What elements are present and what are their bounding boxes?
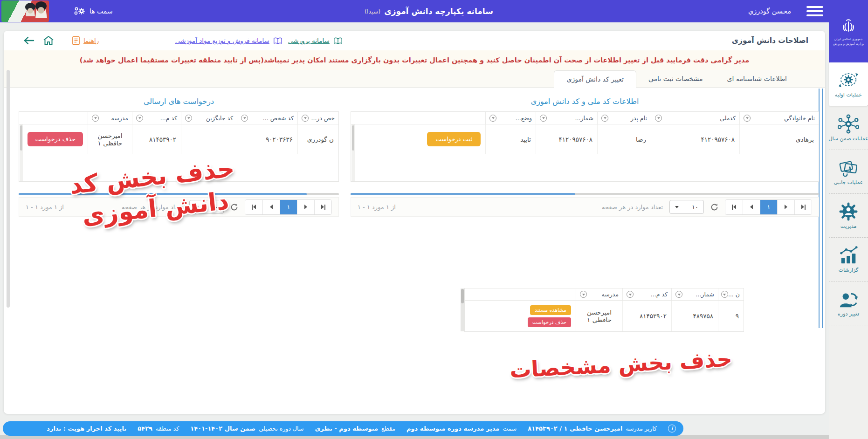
col-school[interactable]: مدرسه [576, 288, 622, 300]
per-page-select[interactable]: ۱۰ [669, 200, 704, 214]
col-code[interactable]: کد م... [622, 288, 671, 300]
last-page-button[interactable] [314, 200, 331, 214]
sidebar-item-initial-operations[interactable]: عملیات اولیه [829, 62, 868, 106]
tab-bar: اطلاعات شناسنامه ای مشخصات ثبت نامی تغیی… [4, 70, 825, 88]
table-vertical-scrollbar[interactable] [351, 124, 355, 181]
filter-icon[interactable] [540, 115, 547, 122]
filter-icon[interactable] [655, 115, 662, 122]
panel-scroll-indicator[interactable] [819, 89, 823, 328]
filter-icon[interactable] [721, 291, 728, 298]
delete-request-button[interactable]: حذف درخواست [528, 317, 571, 327]
col-replacement-code[interactable]: کد جایگزین [181, 112, 237, 124]
cell-actions: حذف درخواست [19, 124, 88, 154]
col-family-name[interactable]: نام خانوادگي [739, 112, 819, 124]
cell-number: ۴۱۲۰۹۵۷۶۰۸ [536, 124, 597, 154]
filter-icon[interactable] [744, 115, 751, 122]
col-person-code[interactable]: کد شخص ... [237, 112, 297, 124]
filter-icon[interactable] [302, 115, 309, 122]
prev-page-button[interactable] [743, 200, 760, 214]
help-link[interactable]: راهنما [72, 31, 99, 50]
col-code[interactable]: کد م... [132, 112, 181, 124]
tab-registration-details[interactable]: مشخصات ثبت نامی [636, 70, 715, 87]
status-role: سمت مدیر مدرسه دوره متوسطه دوم [406, 425, 517, 432]
cell-n: ۹ [718, 301, 744, 331]
cell-replacement-code [181, 124, 237, 154]
delete-request-button[interactable]: حذف درخواست [28, 132, 83, 146]
filter-icon[interactable] [489, 115, 496, 122]
org-name: جمهوری اسلامی ایران وزارت آموزش و پرورش [833, 37, 864, 47]
info-icon[interactable]: i [668, 425, 676, 432]
lower-table-vertical-scrollbar[interactable] [461, 288, 464, 331]
back-arrow-icon [23, 36, 34, 45]
filter-icon[interactable] [580, 291, 587, 298]
home-button[interactable] [43, 31, 54, 50]
page-1-button[interactable]: ۱ [760, 200, 777, 214]
left-vertical-scrollbar[interactable] [7, 70, 10, 308]
table-vertical-scrollbar[interactable] [20, 124, 23, 181]
sidebar-item-management[interactable]: مدیریت [829, 194, 868, 238]
filter-icon[interactable] [185, 115, 192, 122]
pager: ۱ [245, 199, 332, 215]
filter-icon[interactable] [601, 115, 608, 122]
left-pagination-bar: ۱ - ۱ از ۱ مورد تعداد موارد در هر صفحه ۱… [19, 197, 339, 217]
pager: ۱ [725, 199, 812, 215]
sales-system-link[interactable]: سامانه فروش و توزیع مواد آموزشی [175, 31, 283, 50]
cell-school: امیرحسن حافظی ۱ [576, 301, 622, 331]
back-button[interactable] [23, 31, 34, 50]
tab-id-card-info[interactable]: اطلاعات شناسنامه ای [715, 70, 799, 87]
left-table-horizontal-scrollbar[interactable] [19, 193, 339, 195]
roles-menu[interactable]: سمت ها [74, 0, 113, 22]
next-page-button[interactable] [297, 200, 314, 214]
current-user[interactable]: محسن گودرزي [748, 0, 791, 22]
refresh-button[interactable] [710, 203, 718, 211]
parvareshi-system-link[interactable]: سامانه پرورشی [288, 31, 343, 50]
refresh-icon [710, 203, 718, 211]
col-father-name[interactable]: نام پدر [597, 112, 651, 124]
tab-change-student-code[interactable]: تغییر کد دانش آموزی [554, 70, 636, 88]
col-n[interactable]: ن ... [718, 288, 744, 300]
first-page-button[interactable] [245, 200, 262, 214]
filter-icon[interactable] [241, 115, 248, 122]
hamburger-menu-icon[interactable] [806, 6, 823, 16]
next-page-button[interactable] [777, 200, 794, 214]
col-status[interactable]: وضع... [485, 112, 536, 124]
home-icon [43, 35, 54, 46]
right-pagination-bar: ۱ - ۱ از ۱ مورد تعداد موارد در هر صفحه ۱… [351, 197, 819, 217]
col-school[interactable]: مدرسه [88, 112, 132, 124]
cell-number: ۴۸۹۷۵۸ [671, 301, 718, 331]
current-user-name: محسن گودرزي [748, 7, 791, 15]
chevron-down-icon [195, 206, 199, 208]
items-count: ۱ - ۱ از ۱ مورد [358, 204, 396, 211]
cell-person-code: ۹۰۲۰۳۶۳۶ [237, 124, 297, 154]
cell-code: ۸۱۴۵۳۹۰۲ [132, 124, 181, 154]
filter-icon[interactable] [136, 115, 143, 122]
refresh-button[interactable] [230, 203, 238, 211]
app-title-badge: (سیدا) [365, 8, 380, 15]
col-number[interactable]: شمار... [671, 288, 718, 300]
sidebar-item-label: گزارشات [839, 267, 859, 273]
sidebar-item-midyear-operations[interactable]: عملیات ضمن سال [829, 106, 868, 150]
first-page-button[interactable] [725, 200, 743, 214]
sent-requests-table: ن ... شمار... کد م... مدرسه ۹ ۴۸۹۷۵۸ [464, 288, 744, 332]
change-period-icon [838, 289, 859, 309]
prev-page-button[interactable] [262, 200, 280, 214]
leaders-flag-image [1, 0, 49, 22]
sidebar-item-reports[interactable]: گزارشات [829, 238, 868, 281]
sidebar-item-side-operations[interactable]: عملیات جانبی [829, 150, 868, 194]
national-code-panel: اطلاعات کد ملی و کد دانش اموزی نام خانوا… [351, 94, 819, 407]
last-page-button[interactable] [794, 200, 812, 214]
sidebar-item-change-period[interactable]: تغییر دوره [829, 281, 868, 325]
per-page-select[interactable]: ۱۰ [189, 200, 224, 214]
view-document-button[interactable]: مشاهده مستند [530, 305, 571, 315]
sales-system-label: سامانه فروش و توزیع مواد آموزشی [175, 37, 269, 44]
col-national-code[interactable]: کدملی [651, 112, 739, 124]
page-1-button[interactable]: ۱ [280, 200, 297, 214]
right-table-horizontal-scrollbar[interactable] [351, 193, 819, 195]
col-actions [351, 112, 485, 124]
submit-request-button[interactable]: ثبت درخواست [427, 132, 481, 146]
col-number[interactable]: شمار... [536, 112, 597, 124]
filter-icon[interactable] [627, 291, 634, 298]
filter-icon[interactable] [92, 115, 99, 122]
col-person[interactable]: خص در... [297, 112, 338, 124]
filter-icon[interactable] [675, 291, 682, 298]
